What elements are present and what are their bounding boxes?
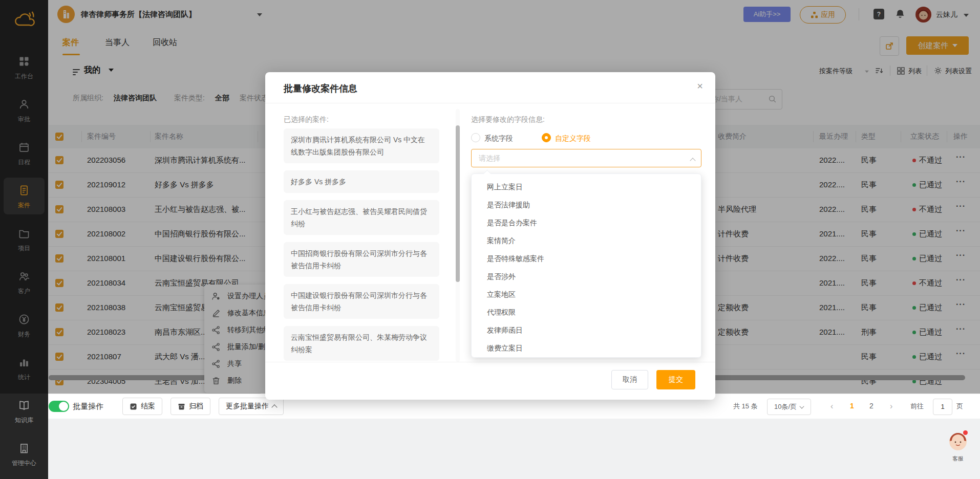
close-case-icon: [130, 403, 137, 410]
archive-label: 归档: [189, 402, 203, 411]
support-label: 客服: [945, 455, 971, 463]
custom-field-label: 自定义字段: [555, 134, 591, 142]
chevron-up-icon: [271, 404, 277, 410]
selected-case-chip: 深圳市腾讯计算机系统有限公司 Vs 中文在线数字出版集团股份有限公司: [284, 128, 439, 163]
goto-unit: 页: [956, 402, 963, 411]
page-size-select[interactable]: 10条/页: [767, 399, 811, 415]
close-case-button[interactable]: 结案: [122, 398, 162, 415]
modal-title: 批量修改案件信息: [284, 82, 357, 95]
batch-edit-modal: 批量修改案件信息 × 已选择的案件: 深圳市腾讯计算机系统有限公司 Vs 中文在…: [265, 72, 715, 400]
prev-page-button[interactable]: ‹: [830, 402, 833, 411]
sidebar-item-label: 管理中心: [4, 459, 45, 468]
knowledge-icon: [18, 400, 30, 411]
page-number-1[interactable]: 1: [850, 402, 854, 410]
field-option[interactable]: 代理权限: [472, 303, 701, 321]
support-badge: [963, 430, 968, 435]
sidebar-item-knowledge[interactable]: 知识库: [4, 393, 45, 429]
chevron-down-icon: [800, 404, 804, 408]
modal-footer-divider: [265, 362, 715, 362]
page-size-value: 10条/页: [774, 402, 797, 411]
close-icon[interactable]: ×: [697, 80, 703, 92]
archive-icon: [178, 403, 185, 410]
selected-case-chip: 好多多 Vs 拼多多: [284, 170, 439, 193]
close-case-label: 结案: [141, 402, 155, 411]
admin-icon: [18, 443, 30, 454]
selected-case-chip: 王小红与被告赵志强、被告吴耀君民间借贷纠纷: [284, 200, 439, 235]
selected-cases-label: 已选择的案件:: [284, 115, 329, 124]
selected-case-list: 深圳市腾讯计算机系统有限公司 Vs 中文在线数字出版集团股份有限公司好多多 Vs…: [284, 128, 439, 368]
field-option[interactable]: 是否特殊敏感案件: [472, 250, 701, 268]
field-option[interactable]: 案情简介: [472, 232, 701, 250]
modal-scrollbar-thumb[interactable]: [456, 125, 460, 282]
system-field-label: 系统字段: [484, 134, 513, 142]
support-widget[interactable]: 客服: [945, 431, 971, 463]
field-option[interactable]: 网上立案日: [472, 178, 701, 196]
field-select[interactable]: 请选择: [471, 149, 701, 167]
field-option[interactable]: 是否法律援助: [472, 196, 701, 214]
field-dropdown: 网上立案日是否法律援助是否是合办案件案情简介是否特殊敏感案件是否涉外立案地区代理…: [471, 173, 701, 358]
radio-unchecked-icon: [471, 133, 480, 142]
more-batch-button[interactable]: 更多批量操作: [219, 398, 284, 415]
cancel-button[interactable]: 取消: [611, 370, 648, 389]
select-chevron-up-icon: [690, 158, 695, 163]
toggle-knob: [59, 402, 68, 411]
sidebar-item-label: 知识库: [4, 416, 45, 425]
custom-field-radio[interactable]: 自定义字段: [542, 133, 591, 143]
radio-checked-icon: [542, 133, 551, 142]
field-option[interactable]: 立案地区: [472, 286, 701, 303]
field-option[interactable]: 是否是合办案件: [472, 214, 701, 232]
selected-case-chip: 中国招商银行股份有限公司深圳市分行与各被告信用卡纠纷: [284, 242, 439, 277]
goto-page-input[interactable]: 1: [933, 399, 952, 415]
total-count: 共 15 条: [733, 402, 758, 411]
selected-case-chip: 中国建设银行股份有限公司深圳市分行与各被告信用卡纠纷: [284, 284, 439, 319]
field-option[interactable]: 发律师函日: [472, 321, 701, 339]
field-section-label: 选择要修改的字段信息:: [471, 115, 545, 124]
app-screen: 律杏律师事务所【法律咨询团队】 Ai助手>> 应用 ? 云妹儿 案件 当事人 回…: [0, 0, 980, 479]
sidebar-item-admin[interactable]: 管理中心: [4, 436, 45, 472]
system-field-radio[interactable]: 系统字段: [471, 133, 513, 143]
goto-label: 前往: [910, 402, 924, 411]
modal-header-divider: [265, 103, 715, 103]
batch-toggle-label: 批量操作: [73, 402, 103, 411]
archive-button[interactable]: 归档: [171, 398, 210, 415]
submit-button[interactable]: 提交: [656, 370, 695, 389]
field-option[interactable]: 缴费立案日: [472, 339, 701, 357]
batch-toggle[interactable]: [49, 401, 69, 412]
next-page-button[interactable]: ›: [890, 402, 892, 411]
field-select-placeholder: 请选择: [479, 154, 500, 163]
more-batch-label: 更多批量操作: [226, 402, 269, 411]
selected-case-chip: 云南宝恒盛贸易有限公司、朱某梅劳动争议纠纷案: [284, 326, 439, 361]
page-number-2[interactable]: 2: [869, 402, 874, 410]
field-option[interactable]: 是否涉外: [472, 268, 701, 286]
